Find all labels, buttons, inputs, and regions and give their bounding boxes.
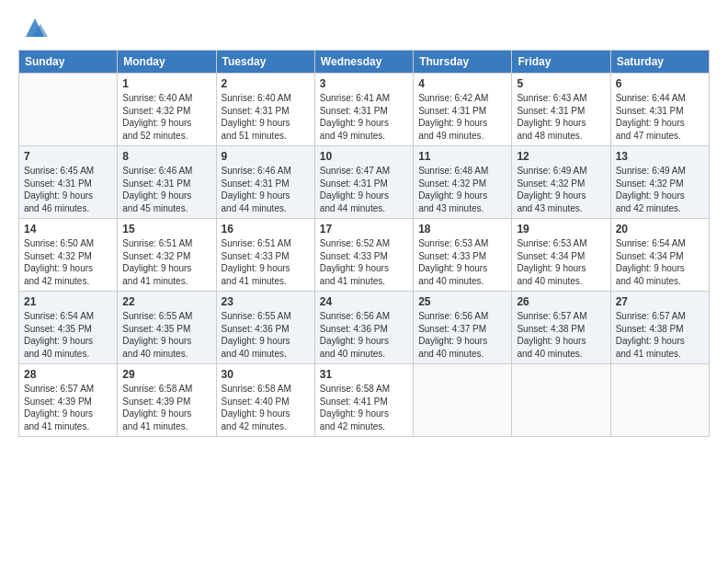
- week-row-2: 7Sunrise: 6:45 AM Sunset: 4:31 PM Daylig…: [19, 146, 710, 219]
- day-header-friday: Friday: [512, 51, 610, 74]
- calendar-cell: 27Sunrise: 6:57 AM Sunset: 4:38 PM Dayli…: [610, 292, 709, 364]
- cell-date: 23: [222, 295, 310, 308]
- cell-date: 8: [122, 150, 210, 163]
- cell-info: Sunrise: 6:56 AM Sunset: 4:37 PM Dayligh…: [418, 310, 506, 360]
- cell-date: 1: [122, 77, 210, 90]
- cell-date: 19: [517, 223, 605, 236]
- calendar-cell: 29Sunrise: 6:58 AM Sunset: 4:39 PM Dayli…: [118, 364, 216, 437]
- cell-date: 3: [320, 77, 408, 90]
- logo: [18, 15, 48, 40]
- day-header-wednesday: Wednesday: [314, 51, 413, 74]
- cell-date: 16: [222, 223, 310, 236]
- cell-info: Sunrise: 6:51 AM Sunset: 4:32 PM Dayligh…: [122, 237, 210, 287]
- day-header-monday: Monday: [118, 51, 216, 74]
- calendar-cell: 5Sunrise: 6:43 AM Sunset: 4:31 PM Daylig…: [512, 74, 610, 146]
- calendar-cell: [512, 364, 610, 437]
- cell-info: Sunrise: 6:41 AM Sunset: 4:31 PM Dayligh…: [320, 92, 408, 142]
- day-header-thursday: Thursday: [414, 51, 512, 74]
- cell-info: Sunrise: 6:52 AM Sunset: 4:33 PM Dayligh…: [320, 237, 408, 287]
- calendar-cell: 21Sunrise: 6:54 AM Sunset: 4:35 PM Dayli…: [19, 292, 118, 364]
- calendar-cell: 8Sunrise: 6:46 AM Sunset: 4:31 PM Daylig…: [118, 146, 216, 219]
- day-header-saturday: Saturday: [610, 51, 709, 74]
- cell-date: 10: [320, 150, 408, 163]
- week-row-5: 28Sunrise: 6:57 AM Sunset: 4:39 PM Dayli…: [19, 364, 710, 437]
- cell-info: Sunrise: 6:48 AM Sunset: 4:32 PM Dayligh…: [418, 165, 506, 214]
- calendar-cell: 6Sunrise: 6:44 AM Sunset: 4:31 PM Daylig…: [610, 74, 709, 146]
- calendar-cell: 24Sunrise: 6:56 AM Sunset: 4:36 PM Dayli…: [314, 292, 413, 364]
- cell-info: Sunrise: 6:51 AM Sunset: 4:33 PM Dayligh…: [222, 237, 310, 287]
- calendar-cell: 7Sunrise: 6:45 AM Sunset: 4:31 PM Daylig…: [19, 146, 118, 219]
- calendar-cell: 16Sunrise: 6:51 AM Sunset: 4:33 PM Dayli…: [216, 219, 314, 292]
- cell-info: Sunrise: 6:50 AM Sunset: 4:32 PM Dayligh…: [24, 237, 112, 287]
- cell-info: Sunrise: 6:45 AM Sunset: 4:31 PM Dayligh…: [24, 165, 112, 214]
- calendar-cell: 23Sunrise: 6:55 AM Sunset: 4:36 PM Dayli…: [216, 292, 314, 364]
- cell-info: Sunrise: 6:47 AM Sunset: 4:31 PM Dayligh…: [320, 165, 408, 214]
- cell-info: Sunrise: 6:57 AM Sunset: 4:38 PM Dayligh…: [616, 310, 704, 360]
- cell-date: 17: [320, 223, 408, 236]
- cell-date: 27: [616, 295, 704, 308]
- cell-info: Sunrise: 6:57 AM Sunset: 4:38 PM Dayligh…: [517, 310, 605, 360]
- calendar-cell: 4Sunrise: 6:42 AM Sunset: 4:31 PM Daylig…: [414, 74, 512, 146]
- header: [18, 15, 710, 40]
- cell-info: Sunrise: 6:54 AM Sunset: 4:35 PM Dayligh…: [24, 310, 112, 360]
- calendar-cell: 14Sunrise: 6:50 AM Sunset: 4:32 PM Dayli…: [19, 219, 118, 292]
- cell-date: 4: [418, 77, 506, 90]
- cell-info: Sunrise: 6:54 AM Sunset: 4:34 PM Dayligh…: [616, 237, 704, 287]
- logo-icon: [22, 15, 48, 40]
- calendar-cell: 22Sunrise: 6:55 AM Sunset: 4:35 PM Dayli…: [118, 292, 216, 364]
- cell-info: Sunrise: 6:55 AM Sunset: 4:35 PM Dayligh…: [122, 310, 210, 360]
- cell-date: 7: [24, 150, 112, 163]
- calendar-cell: 26Sunrise: 6:57 AM Sunset: 4:38 PM Dayli…: [512, 292, 610, 364]
- cell-date: 9: [222, 150, 310, 163]
- cell-date: 11: [418, 150, 506, 163]
- calendar-cell: 3Sunrise: 6:41 AM Sunset: 4:31 PM Daylig…: [314, 74, 413, 146]
- calendar-cell: 15Sunrise: 6:51 AM Sunset: 4:32 PM Dayli…: [118, 219, 216, 292]
- cell-info: Sunrise: 6:40 AM Sunset: 4:31 PM Dayligh…: [222, 92, 310, 142]
- cell-info: Sunrise: 6:42 AM Sunset: 4:31 PM Dayligh…: [418, 92, 506, 142]
- calendar-cell: [414, 364, 512, 437]
- week-row-3: 14Sunrise: 6:50 AM Sunset: 4:32 PM Dayli…: [19, 219, 710, 292]
- calendar-cell: 1Sunrise: 6:40 AM Sunset: 4:32 PM Daylig…: [118, 74, 216, 146]
- calendar-cell: 12Sunrise: 6:49 AM Sunset: 4:32 PM Dayli…: [512, 146, 610, 219]
- cell-date: 14: [24, 223, 112, 236]
- week-row-1: 1Sunrise: 6:40 AM Sunset: 4:32 PM Daylig…: [19, 74, 710, 146]
- cell-info: Sunrise: 6:43 AM Sunset: 4:31 PM Dayligh…: [517, 92, 605, 142]
- cell-date: 28: [24, 368, 112, 381]
- cell-info: Sunrise: 6:58 AM Sunset: 4:41 PM Dayligh…: [320, 383, 408, 432]
- page: SundayMondayTuesdayWednesdayThursdayFrid…: [0, 0, 728, 563]
- cell-date: 15: [122, 223, 210, 236]
- calendar-cell: 28Sunrise: 6:57 AM Sunset: 4:39 PM Dayli…: [19, 364, 118, 437]
- cell-info: Sunrise: 6:49 AM Sunset: 4:32 PM Dayligh…: [616, 165, 704, 214]
- cell-date: 29: [122, 368, 210, 381]
- header-row: SundayMondayTuesdayWednesdayThursdayFrid…: [19, 51, 710, 74]
- cell-info: Sunrise: 6:53 AM Sunset: 4:34 PM Dayligh…: [517, 237, 605, 287]
- calendar-cell: [19, 74, 118, 146]
- cell-date: 20: [616, 223, 704, 236]
- cell-date: 5: [517, 77, 605, 90]
- calendar-cell: 17Sunrise: 6:52 AM Sunset: 4:33 PM Dayli…: [314, 219, 413, 292]
- cell-info: Sunrise: 6:57 AM Sunset: 4:39 PM Dayligh…: [24, 383, 112, 432]
- calendar-cell: 30Sunrise: 6:58 AM Sunset: 4:40 PM Dayli…: [216, 364, 314, 437]
- calendar-cell: 25Sunrise: 6:56 AM Sunset: 4:37 PM Dayli…: [414, 292, 512, 364]
- calendar-cell: 31Sunrise: 6:58 AM Sunset: 4:41 PM Dayli…: [314, 364, 413, 437]
- cell-date: 24: [320, 295, 408, 308]
- cell-info: Sunrise: 6:58 AM Sunset: 4:40 PM Dayligh…: [222, 383, 310, 432]
- cell-date: 26: [517, 295, 605, 308]
- cell-date: 30: [222, 368, 310, 381]
- cell-info: Sunrise: 6:58 AM Sunset: 4:39 PM Dayligh…: [122, 383, 210, 432]
- calendar-cell: 18Sunrise: 6:53 AM Sunset: 4:33 PM Dayli…: [414, 219, 512, 292]
- calendar-cell: 10Sunrise: 6:47 AM Sunset: 4:31 PM Dayli…: [314, 146, 413, 219]
- calendar-cell: 20Sunrise: 6:54 AM Sunset: 4:34 PM Dayli…: [610, 219, 709, 292]
- day-header-tuesday: Tuesday: [216, 51, 314, 74]
- cell-date: 13: [616, 150, 704, 163]
- calendar-cell: 19Sunrise: 6:53 AM Sunset: 4:34 PM Dayli…: [512, 219, 610, 292]
- cell-info: Sunrise: 6:53 AM Sunset: 4:33 PM Dayligh…: [418, 237, 506, 287]
- cell-date: 6: [616, 77, 704, 90]
- cell-date: 2: [222, 77, 310, 90]
- cell-info: Sunrise: 6:49 AM Sunset: 4:32 PM Dayligh…: [517, 165, 605, 214]
- cell-date: 25: [418, 295, 506, 308]
- cell-info: Sunrise: 6:46 AM Sunset: 4:31 PM Dayligh…: [222, 165, 310, 214]
- calendar-cell: 2Sunrise: 6:40 AM Sunset: 4:31 PM Daylig…: [216, 74, 314, 146]
- calendar-cell: [610, 364, 709, 437]
- cell-date: 12: [517, 150, 605, 163]
